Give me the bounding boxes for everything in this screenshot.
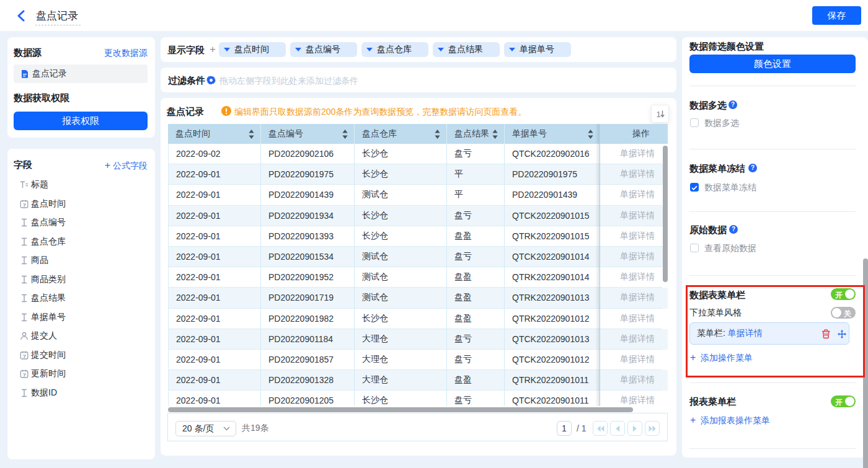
svg-text:1: 1	[656, 110, 660, 119]
